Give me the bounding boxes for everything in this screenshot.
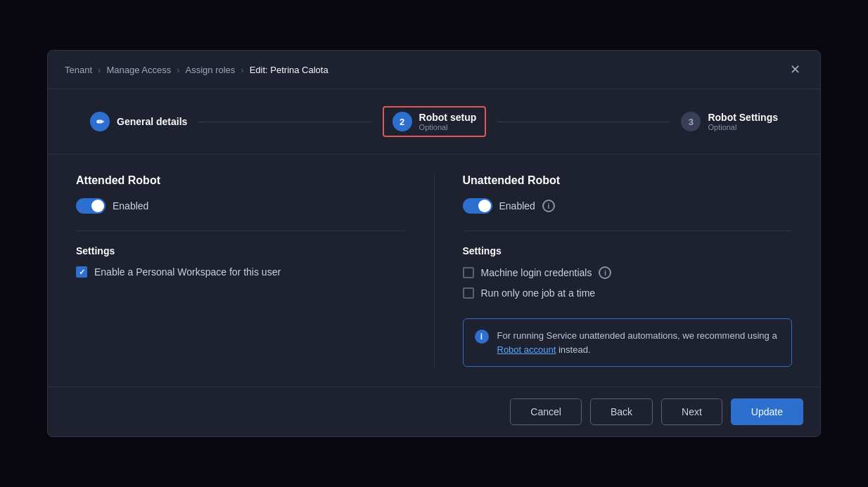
run-one-job-checkbox-row: Run only one job at a time xyxy=(463,287,793,299)
breadcrumb: Tenant › Manage Access › Assign roles › … xyxy=(65,65,781,75)
info-box-text: For running Service unattended automatio… xyxy=(497,329,781,356)
close-button[interactable]: ✕ xyxy=(787,60,803,79)
unattended-toggle-row: Enabled i xyxy=(463,198,793,214)
workspace-checkbox-row: Enable a Personal Workspace for this use… xyxy=(76,266,406,278)
info-box-text-after: instead. xyxy=(556,344,590,355)
step-3-sub: Optional xyxy=(708,123,778,131)
unattended-separator xyxy=(463,230,793,231)
step-line-1 xyxy=(198,122,371,122)
machine-login-label: Machine login credentials xyxy=(481,267,592,278)
cancel-button[interactable]: Cancel xyxy=(510,398,582,425)
attended-separator xyxy=(76,230,406,231)
stepper: ✏ General details 2 Robot setup Optional xyxy=(48,89,820,155)
breadcrumb-sep-1: › xyxy=(98,65,101,75)
modal-footer: Cancel Back Next Update xyxy=(48,387,820,436)
breadcrumb-sep-2: › xyxy=(177,65,179,75)
workspace-checkbox-label: Enable a Personal Workspace for this use… xyxy=(94,266,281,278)
machine-login-checkbox-row: Machine login credentials i xyxy=(463,266,793,279)
attended-settings-title: Settings xyxy=(76,245,406,257)
service-info-box: i For running Service unattended automat… xyxy=(463,318,793,367)
step-2-title: Robot setup xyxy=(419,112,477,123)
col-divider xyxy=(434,174,435,367)
unattended-robot-title: Unattended Robot xyxy=(463,174,793,187)
modal-overlay: Tenant › Manage Access › Assign roles › … xyxy=(0,0,868,487)
attended-toggle-row: Enabled xyxy=(76,198,406,214)
step-2-circle: 2 xyxy=(392,112,412,131)
breadcrumb-assign-roles: Assign roles xyxy=(186,65,236,75)
back-button[interactable]: Back xyxy=(590,398,653,425)
workspace-checkbox[interactable] xyxy=(76,266,87,278)
info-box-icon: i xyxy=(475,330,489,344)
attended-toggle-label: Enabled xyxy=(113,200,148,212)
unattended-toggle-info-icon[interactable]: i xyxy=(542,200,555,212)
modal-header: Tenant › Manage Access › Assign roles › … xyxy=(48,51,820,89)
step-1-label: General details xyxy=(117,116,187,127)
unattended-settings-title: Settings xyxy=(463,245,793,257)
update-button[interactable]: Update xyxy=(731,398,803,425)
attended-toggle[interactable] xyxy=(76,198,106,214)
modal-body: Attended Robot Enabled Settings Enable a… xyxy=(48,155,820,387)
step-1-circle: ✏ xyxy=(90,112,110,131)
step-line-2 xyxy=(497,122,670,122)
robot-account-link[interactable]: Robot account xyxy=(497,344,556,355)
run-one-job-checkbox[interactable] xyxy=(463,287,474,299)
machine-login-checkbox[interactable] xyxy=(463,267,474,278)
unattended-robot-col: Unattended Robot Enabled i Settings Mach… xyxy=(463,174,793,367)
breadcrumb-tenant: Tenant xyxy=(65,65,92,75)
attended-robot-col: Attended Robot Enabled Settings Enable a… xyxy=(76,174,406,367)
step-3: 3 Robot Settings Optional xyxy=(681,112,778,131)
step-1-title: General details xyxy=(117,116,187,127)
machine-login-info-icon[interactable]: i xyxy=(599,266,611,279)
unattended-toggle[interactable] xyxy=(463,198,492,214)
breadcrumb-edit-user: Edit: Petrina Calota xyxy=(250,65,328,75)
step-2-label: Robot setup Optional xyxy=(419,112,477,131)
step-2-active: 2 Robot setup Optional xyxy=(383,106,487,137)
modal: Tenant › Manage Access › Assign roles › … xyxy=(47,50,821,437)
run-one-job-label: Run only one job at a time xyxy=(481,287,596,299)
unattended-toggle-label: Enabled xyxy=(499,200,535,212)
attended-robot-title: Attended Robot xyxy=(76,174,406,187)
step-3-circle: 3 xyxy=(681,112,701,131)
step-2-sub: Optional xyxy=(419,123,477,131)
breadcrumb-manage-access: Manage Access xyxy=(106,65,171,75)
breadcrumb-sep-3: › xyxy=(241,65,243,75)
next-button[interactable]: Next xyxy=(661,398,722,425)
step-3-label: Robot Settings Optional xyxy=(708,112,778,131)
step-1: ✏ General details xyxy=(90,112,187,131)
step-3-title: Robot Settings xyxy=(708,112,778,123)
info-box-text-before: For running Service unattended automatio… xyxy=(497,330,777,341)
